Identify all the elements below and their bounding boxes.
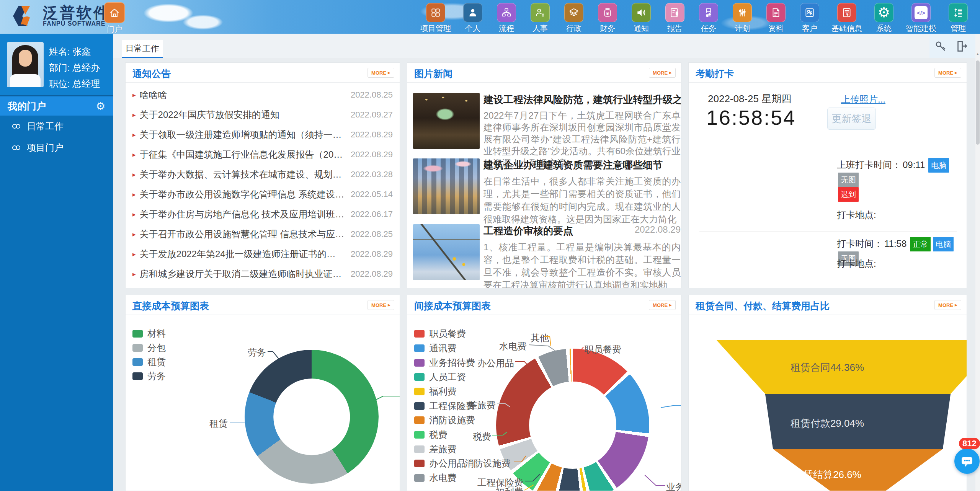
panel-title: 直接成本预算图表 bbox=[132, 300, 209, 312]
list-item[interactable]: ▸啥啥啥2022.08.25 bbox=[126, 85, 400, 105]
speaker-icon bbox=[632, 3, 651, 22]
list-item[interactable]: ▸关于举办住房与房地产信息化 技术及应用培训班的通知2022.06.17 bbox=[126, 204, 400, 224]
upload-photo-link[interactable]: 上传照片... bbox=[841, 93, 885, 106]
logout-icon[interactable] bbox=[956, 40, 969, 54]
sidebar-section-title: 我的门户 bbox=[8, 100, 46, 113]
donut-chart-indirect-cost[interactable] bbox=[496, 349, 649, 491]
donut-chart-direct-cost[interactable] bbox=[245, 350, 379, 484]
list-item[interactable]: ▸房和城乡建设厅关于取消二级建造师临时执业证书的公告2022.08.29 bbox=[126, 264, 400, 284]
news-date: 2022.08.29 bbox=[635, 224, 681, 235]
pie-label: 业务招待费 bbox=[666, 481, 681, 491]
pie-label: 其他 bbox=[531, 332, 549, 344]
legend-item[interactable]: 税费 bbox=[414, 429, 448, 441]
notice-date: 2022.08.29 bbox=[351, 150, 393, 160]
nav-item-plan[interactable]: 计划 bbox=[730, 3, 754, 34]
checkout-location-label: 打卡地点: bbox=[837, 258, 876, 270]
scrollbar[interactable]: ▲ bbox=[975, 34, 980, 491]
nav-item-docs[interactable]: 资料 bbox=[764, 3, 788, 34]
list-item[interactable]: ▸于征集《中国建筑施工行业信息化发展报告（2022）—BI...2022.08.… bbox=[126, 145, 400, 165]
funnel-svg funnel-chart[interactable] bbox=[689, 315, 967, 491]
legend-item[interactable]: 人员工资 bbox=[414, 371, 466, 383]
list-item[interactable]: ▸关于领取一级注册建造师增项贴的通知（须持一建证书前...2022.08.29 bbox=[126, 125, 400, 145]
code-icon: </> bbox=[911, 3, 931, 22]
sort-lines-icon bbox=[949, 3, 968, 22]
sidebar-item-daily-work[interactable]: 日常工作 bbox=[0, 116, 113, 137]
list-item[interactable]: ▸关于举办市政公用设施数字化管理信息 系统建设与应用培...2022.05.14 bbox=[126, 184, 400, 204]
panel-title: 租赁合同、付款、结算费用占比 bbox=[696, 300, 830, 312]
list-item[interactable]: ▸关于2022年国庆节放假安排的通知2022.09.27 bbox=[126, 105, 400, 125]
nav-item-system[interactable]: ⚙ 系统 bbox=[872, 3, 896, 34]
sidebar: 姓名: 张鑫 部门: 总经办 职位: 总经理 我的门户 ⚙ 日常工作 项目门户 bbox=[0, 34, 113, 491]
legend-item[interactable]: 通讯费 bbox=[414, 342, 457, 354]
nav-item-report[interactable]: 报告 bbox=[663, 3, 687, 34]
pie-label: 税费 bbox=[473, 431, 491, 443]
pie-label: 办公用品 bbox=[477, 357, 514, 369]
nav-item-smart-modeling[interactable]: </> 智能建模 bbox=[906, 3, 936, 34]
more-button[interactable]: MORE▶ bbox=[368, 68, 394, 78]
list-item[interactable]: ▸关于发放2022年第24批一级建造师注册证书的通知2022.08.29 bbox=[126, 244, 400, 264]
list-item[interactable]: ▸关于举办大数据、云计算技术在城市建设、规划、管理与...2022.03.28 bbox=[126, 165, 400, 184]
nav-item-project-mgmt[interactable]: 项目管理 bbox=[420, 3, 451, 34]
sidebar-item-project-portal[interactable]: 项目门户 bbox=[0, 137, 113, 158]
legend-item[interactable]: 租赁 bbox=[132, 356, 166, 368]
nav-item-notice[interactable]: 通知 bbox=[629, 3, 653, 34]
nav-item-portal[interactable]: 门户 bbox=[103, 2, 126, 34]
nav-item-manage[interactable]: 管理 bbox=[946, 3, 970, 34]
nav-item-base-info[interactable]: ¥ 基础信息 bbox=[831, 3, 862, 34]
legend-item[interactable]: 办公用品 bbox=[414, 457, 466, 470]
sidebar-gear-icon[interactable]: ⚙ bbox=[96, 100, 105, 113]
legend-item[interactable]: 分包 bbox=[132, 342, 166, 354]
notice-date: 2022.05.14 bbox=[351, 189, 393, 199]
chat-badge: 812 bbox=[959, 438, 980, 449]
top-bar: 泛普软件 FANPU SOFTWARE 门户 项目管理 个人 bbox=[0, 0, 980, 34]
more-button[interactable]: MORE▶ bbox=[934, 68, 961, 78]
scroll-up-arrow[interactable]: ▲ bbox=[975, 52, 980, 56]
notice-date: 2022.08.29 bbox=[351, 130, 393, 140]
legend-item[interactable]: 工程保险费 bbox=[414, 400, 475, 412]
legend-item[interactable]: 福利费 bbox=[414, 385, 457, 398]
doc-yen-icon: ¥ bbox=[837, 3, 856, 22]
notice-date: 2022.09.27 bbox=[351, 110, 393, 120]
legend-item[interactable]: 职员餐费 bbox=[414, 328, 466, 340]
list-item[interactable]: ▸关于召开市政公用设施智慧化管理 信息技术与应用培训班...2022.08.25 bbox=[126, 224, 400, 244]
panel-attendance: 考勤打卡 MORE▶ 2022-08-25 星期四 上传照片... 16:58:… bbox=[688, 62, 967, 288]
legend-item[interactable]: 差旅费 bbox=[414, 443, 457, 455]
pie-label: 消防设施费 bbox=[465, 457, 511, 470]
more-button[interactable]: MORE▶ bbox=[649, 68, 676, 78]
profile-title: 职位: 总经理 bbox=[49, 76, 100, 92]
nav-item-finance[interactable]: ¥ 财务 bbox=[596, 3, 619, 34]
nav-item-customers[interactable]: 客户 bbox=[798, 3, 822, 34]
legend-item[interactable]: 水电费 bbox=[414, 472, 457, 484]
notice-list: ▸啥啥啥2022.08.25 ▸关于2022年国庆节放假安排的通知2022.09… bbox=[126, 83, 400, 284]
user-icon bbox=[463, 3, 482, 22]
panel-title: 图片新闻 bbox=[414, 67, 452, 80]
legend-item[interactable]: 材料 bbox=[132, 328, 166, 340]
nav-item-personal[interactable]: 个人 bbox=[461, 3, 485, 34]
funnel-label: 租赁合同44.36% bbox=[791, 361, 864, 374]
nav-item-hr[interactable]: 人事 bbox=[528, 3, 552, 34]
status-badge: 无图 bbox=[838, 173, 859, 187]
notice-date: 2022.08.25 bbox=[351, 90, 393, 100]
more-button[interactable]: MORE▶ bbox=[934, 300, 961, 310]
nav-item-workflow[interactable]: 流程 bbox=[495, 3, 518, 34]
attendance-date: 2022-08-25 星期四 bbox=[708, 92, 791, 106]
customers-icon bbox=[800, 3, 819, 22]
more-button[interactable]: MORE▶ bbox=[368, 300, 394, 310]
sidebar-section-header: 我的门户 ⚙ bbox=[0, 96, 113, 116]
key-icon[interactable] bbox=[934, 40, 947, 54]
legend-item[interactable]: 劳务 bbox=[132, 370, 166, 382]
more-button[interactable]: MORE▶ bbox=[649, 300, 676, 310]
tab-daily-work[interactable]: 日常工作 bbox=[122, 40, 163, 58]
notice-date: 2022.08.25 bbox=[351, 229, 393, 239]
legend-item[interactable]: 业务招待费 bbox=[414, 357, 475, 369]
bullet-icon: ▸ bbox=[132, 270, 136, 278]
checkout-update-button[interactable]: 更新签退 bbox=[827, 108, 876, 130]
legend-item[interactable]: 消防设施费 bbox=[414, 414, 475, 426]
chat-button[interactable] bbox=[954, 449, 980, 474]
profile-dept: 部门: 总经办 bbox=[49, 60, 100, 76]
scrollbar-thumb[interactable] bbox=[976, 60, 980, 145]
panel-indirect-cost-chart: 间接成本预算图表 MORE▶ 职员餐费 通讯费 业务招待费 人员工资 福利费 工… bbox=[407, 295, 681, 491]
brand-name-cn: 泛普软件 bbox=[43, 5, 110, 20]
nav-item-admin[interactable]: 行政 bbox=[562, 3, 586, 34]
nav-item-task[interactable]: 任务 bbox=[697, 3, 720, 34]
